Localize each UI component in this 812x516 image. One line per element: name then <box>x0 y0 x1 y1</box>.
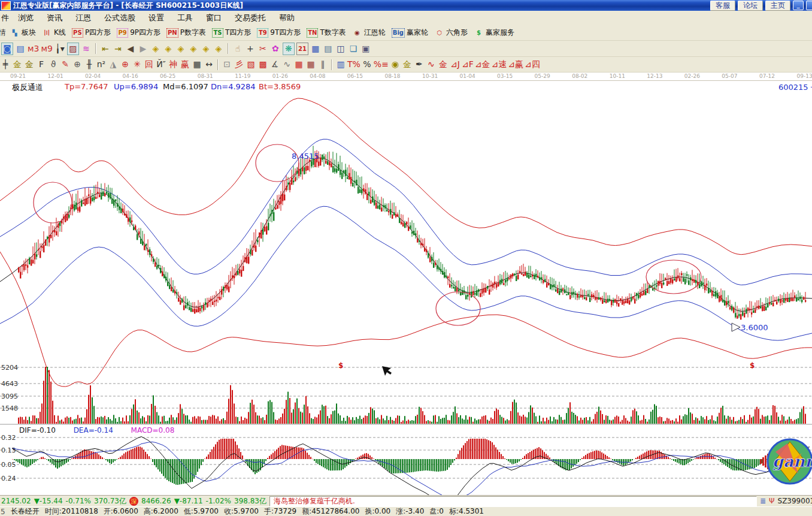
draw-tool-13[interactable]: Й″ <box>156 59 166 70</box>
draw-tool-29[interactable]: ▥ <box>335 59 346 70</box>
tool-六角形[interactable]: ⬡六角形 <box>432 27 470 38</box>
tool-赢家轮[interactable]: Big赢家轮 <box>389 27 431 38</box>
computer-icon[interactable]: ▣ <box>360 43 371 55</box>
draw-tool-5[interactable]: ✎ <box>60 59 71 70</box>
tool-P数字表[interactable]: PNP数字表 <box>164 27 208 38</box>
draw-tool-41[interactable]: ⊿速 <box>491 59 507 70</box>
draw-tool-33[interactable]: ◉ <box>390 59 401 70</box>
move-icon[interactable]: ◈ <box>213 43 224 55</box>
draw-tool-0[interactable]: ╪ <box>0 59 11 70</box>
draw-tool-40[interactable]: ⊿金 <box>475 59 490 70</box>
draw-tool-24[interactable]: ∿ <box>281 59 292 70</box>
draw-tool-3[interactable]: F <box>36 59 47 70</box>
cut-icon[interactable]: ✂ <box>257 43 268 55</box>
draw-tool-38[interactable]: ⊿J <box>450 59 460 70</box>
brain-icon[interactable]: ❋ <box>283 43 295 55</box>
draw-tool-10[interactable]: ⊕ <box>120 59 131 70</box>
draw-tool-25[interactable]: ▦ <box>293 59 304 70</box>
calculator-icon[interactable]: ▦ <box>310 43 321 55</box>
draw-tool-36[interactable]: ∿ <box>426 59 437 70</box>
menu-item-7[interactable]: 窗口 <box>199 11 228 25</box>
crosshair-icon[interactable]: + <box>245 43 256 55</box>
news-ticker[interactable]: 海岛整治修复蕴千亿商机. <box>269 496 757 506</box>
chart-view-icon[interactable]: ◙ <box>1 43 13 55</box>
draw-tool-11[interactable]: ✳ <box>132 59 143 70</box>
menu-item-2[interactable]: 资讯 <box>40 11 69 25</box>
draw-tool-16[interactable]: ▦ <box>192 59 202 70</box>
tool-9P四方形[interactable]: P99P四方形 <box>114 27 163 38</box>
draw-tool-30[interactable]: T% <box>347 59 360 70</box>
menu-item-3[interactable]: 江恩 <box>69 11 98 25</box>
draw-tool-21[interactable]: ▧ <box>246 59 256 70</box>
draw-tool-7[interactable]: ╫ <box>84 59 95 70</box>
minute9-icon[interactable]: м9 <box>41 43 52 55</box>
tool-江恩轮[interactable]: ◉江恩轮 <box>350 27 388 38</box>
tool-板块[interactable]: ▚板块 <box>7 27 38 38</box>
hand-icon[interactable]: ☝ <box>232 43 243 55</box>
menu-item-0[interactable]: 件 <box>0 11 11 25</box>
save-icon[interactable]: ◫ <box>335 43 346 55</box>
draw-toolbar: ╪金金Fϑ✎⊕╫n²◮⊕✳回Й″神赢▦↔⊡彡▧▩∡∿▦▦∥▥T%%%≡◉金✒∿金… <box>0 57 812 73</box>
candle-period-icon[interactable]: ╽▾ <box>54 43 65 55</box>
draw-tool-31[interactable]: % <box>362 59 372 70</box>
calendar-icon[interactable]: 21 <box>296 43 308 55</box>
notes-icon[interactable]: ▤ <box>323 43 334 55</box>
zoom-left-icon[interactable]: ◈ <box>150 43 161 55</box>
network-files-icon[interactable]: ❏ <box>348 43 359 55</box>
menu-item-9[interactable]: 帮助 <box>272 11 301 25</box>
draw-tool-20[interactable]: 彡 <box>234 59 244 70</box>
draw-tool-43[interactable]: ⊿四 <box>525 59 540 70</box>
menu-item-5[interactable]: 设置 <box>142 11 171 25</box>
draw-tool-9[interactable]: ◮ <box>108 59 119 70</box>
next-icon[interactable]: ▶ <box>138 43 149 55</box>
compress-icon[interactable]: ◈ <box>188 43 199 55</box>
tool-9T四方形[interactable]: T99T四方形 <box>254 27 303 38</box>
draw-tool-32[interactable]: %≡ <box>374 59 389 70</box>
draw-tool-37[interactable]: 金 <box>438 59 449 70</box>
draw-tool-4[interactable]: ϑ <box>48 59 59 70</box>
sort-icon[interactable]: ≋ <box>81 43 92 55</box>
draw-tool-27[interactable]: ∥ <box>317 59 328 70</box>
first-icon[interactable]: ⇤ <box>100 43 111 55</box>
home-button[interactable]: 主页 <box>765 1 790 11</box>
draw-tool-22[interactable]: ▩ <box>257 59 268 70</box>
zoom-hor-icon[interactable]: ◈ <box>175 43 186 55</box>
draw-tool-12[interactable]: 回 <box>144 59 154 70</box>
draw-tool-17[interactable]: ↔ <box>204 59 214 70</box>
maximize-button[interactable] <box>806 1 812 10</box>
flower-icon[interactable]: ✿ <box>270 43 281 55</box>
report-icon[interactable]: ▤ <box>15 43 26 55</box>
last-icon[interactable]: ⇥ <box>113 43 123 55</box>
prev-icon[interactable]: ◀ <box>125 43 136 55</box>
draw-tool-8[interactable]: n² <box>96 59 107 70</box>
draw-tool-35[interactable]: ✒ <box>414 59 425 70</box>
draw-tool-2[interactable]: 金 <box>24 59 35 70</box>
draw-tool-19[interactable]: ⊡ <box>222 59 232 70</box>
tool-badge-icon: PN <box>166 28 178 38</box>
minimize-button[interactable]: _ <box>793 1 804 10</box>
menu-item-1[interactable]: 浏览 <box>11 11 40 25</box>
draw-tool-15[interactable]: 赢 <box>180 59 190 70</box>
draw-tool-14[interactable]: 神 <box>168 59 178 70</box>
draw-tool-26[interactable]: ▦ <box>305 59 316 70</box>
service-button[interactable]: 客服 <box>710 1 735 11</box>
region-stats-icon[interactable]: ▨ <box>67 43 79 55</box>
zoom-right-icon[interactable]: ◈ <box>163 43 174 55</box>
minute3-icon[interactable]: м3 <box>28 43 39 55</box>
draw-tool-42[interactable]: ⊿赢 <box>508 59 523 70</box>
tool-P四方形[interactable]: PSP四方形 <box>69 27 113 38</box>
menu-item-8[interactable]: 交易委托 <box>228 11 272 25</box>
tool-T四方形[interactable]: TST四方形 <box>210 27 253 38</box>
tool-T数字表[interactable]: TNT数字表 <box>304 27 349 38</box>
draw-tool-34[interactable]: 金 <box>402 59 413 70</box>
draw-tool-6[interactable]: ⊕ <box>72 59 83 70</box>
draw-tool-39[interactable]: ⊿F <box>462 59 474 70</box>
menu-item-6[interactable]: 工具 <box>171 11 199 25</box>
tool-K线[interactable]: 〣K线 <box>40 27 68 38</box>
forum-button[interactable]: 论坛 <box>738 1 763 11</box>
draw-tool-23[interactable]: ∡ <box>269 59 280 70</box>
tool-赢家服务[interactable]: $赢家服务 <box>471 27 517 38</box>
menu-item-4[interactable]: 公式选股 <box>98 11 142 25</box>
expand-icon[interactable]: ◈ <box>201 43 211 55</box>
draw-tool-1[interactable]: 金 <box>12 59 23 70</box>
